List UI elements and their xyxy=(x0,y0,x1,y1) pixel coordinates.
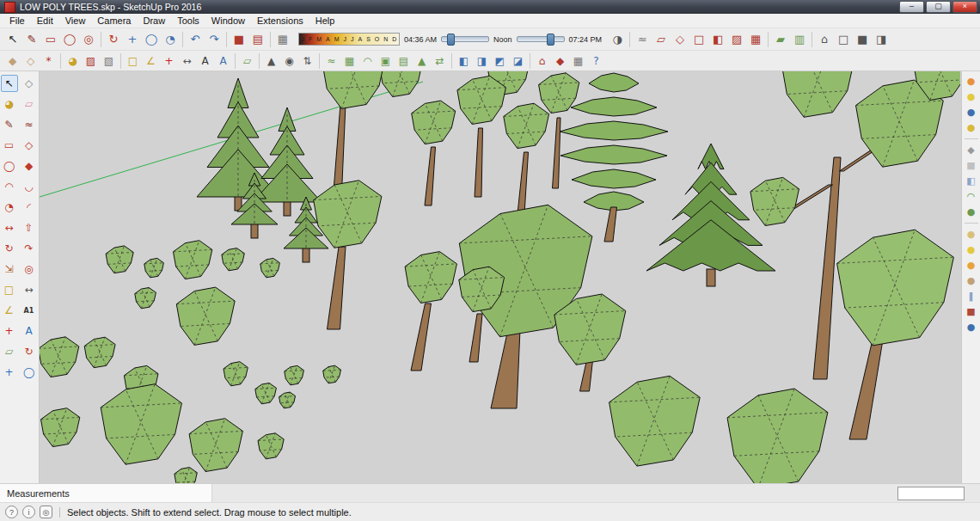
shadows-toggle[interactable]: ◑ xyxy=(608,30,627,49)
orbit-tool-button[interactable]: ↻ xyxy=(104,30,123,49)
shadow-dialog-button[interactable]: ▦ xyxy=(273,30,292,49)
model-canvas[interactable] xyxy=(40,71,960,483)
section-cut-toggle[interactable]: ▥ xyxy=(790,30,809,49)
solid-intersect-button[interactable]: ◪ xyxy=(509,52,527,70)
materials-button[interactable]: ▨ xyxy=(82,52,100,70)
menu-item[interactable]: Tools xyxy=(171,15,205,26)
tree-canopy[interactable] xyxy=(314,181,382,248)
tree-canopy[interactable] xyxy=(837,230,954,346)
cube-icon[interactable]: ■ xyxy=(964,159,979,172)
follow-me-tool[interactable]: ↷ xyxy=(21,240,38,257)
text-tool[interactable]: A1 xyxy=(21,302,38,319)
tree-canopy[interactable] xyxy=(285,365,304,384)
rectangle-tool-button[interactable]: ▭ xyxy=(41,30,60,49)
rotate-tool[interactable]: ↻ xyxy=(1,240,18,257)
view-front-button[interactable]: ■ xyxy=(853,30,872,49)
pan-tool[interactable]: + xyxy=(1,364,18,381)
solid-union-button[interactable]: ◧ xyxy=(455,52,473,70)
sketchucation-icon[interactable]: ● xyxy=(964,75,979,88)
menu-item[interactable]: File xyxy=(3,15,31,26)
blue-tool-icon[interactable]: ● xyxy=(964,321,979,334)
3d-text-tool[interactable]: A xyxy=(21,322,38,340)
menu-item[interactable]: Help xyxy=(309,15,341,26)
scale-tool[interactable]: ⇲ xyxy=(1,260,18,278)
tree-trunk[interactable] xyxy=(475,128,483,197)
tree-trunk[interactable] xyxy=(425,147,436,205)
freehand-tool[interactable]: ≈ xyxy=(21,116,38,133)
red-tool-icon[interactable]: ■ xyxy=(964,305,979,318)
round-corner-icon[interactable]: ● xyxy=(964,106,979,119)
sphere-brown-icon[interactable]: ● xyxy=(964,274,979,287)
menu-item[interactable]: Extensions xyxy=(251,15,309,26)
dimension-tool[interactable]: ↔ xyxy=(21,281,38,298)
tree-canopy[interactable] xyxy=(40,337,79,377)
make-component-button[interactable]: ◆ xyxy=(3,52,21,70)
sphere-orange-icon[interactable]: ● xyxy=(964,259,979,272)
joint-pushpull-icon[interactable]: ◧ xyxy=(964,175,979,187)
select-tool-button[interactable]: ↖ xyxy=(3,30,22,49)
tree-canopy[interactable] xyxy=(176,287,235,345)
extension-warehouse-button[interactable]: ◆ xyxy=(551,52,569,70)
position-camera-button[interactable]: ▲ xyxy=(262,52,280,70)
line-tool[interactable]: ✎ xyxy=(1,116,18,133)
rotated-rectangle-tool[interactable]: ◇ xyxy=(21,137,38,154)
view-iso-button[interactable]: ⌂ xyxy=(815,30,834,49)
stamp-button[interactable]: ▣ xyxy=(377,52,395,70)
entity-info-button[interactable]: ▤ xyxy=(248,30,267,49)
geolocation-icon[interactable]: ◎ xyxy=(40,506,52,518)
tape-measure-button[interactable]: □ xyxy=(124,52,142,70)
tree-canopy[interactable] xyxy=(322,71,384,108)
solid-subtract-button[interactable]: ◨ xyxy=(473,52,491,70)
shadow-time-slider-2[interactable] xyxy=(517,36,565,42)
tree-canopy[interactable] xyxy=(609,376,701,466)
section-plane-tool[interactable]: ▱ xyxy=(1,343,18,360)
3d-text-button[interactable]: A xyxy=(214,52,232,70)
zoom-tool-button[interactable]: ◯ xyxy=(142,30,161,49)
tree-canopy[interactable] xyxy=(323,365,341,383)
tree-trunk[interactable] xyxy=(328,247,346,329)
tree-canopy[interactable] xyxy=(224,362,248,386)
plugin-yellow-icon[interactable]: ● xyxy=(964,90,979,103)
tree-canopy[interactable] xyxy=(260,258,280,277)
menu-item[interactable]: Window xyxy=(205,15,251,26)
tree-canopy[interactable] xyxy=(174,241,212,279)
make-component-tool[interactable]: ◇ xyxy=(21,75,38,92)
xray-toggle[interactable]: ▱ xyxy=(652,30,671,49)
instructor-button[interactable]: ? xyxy=(587,52,605,70)
move-tool[interactable]: ↔ xyxy=(1,219,18,236)
tree-canopy[interactable] xyxy=(144,258,164,277)
spruce-tree[interactable] xyxy=(646,144,775,286)
tree-trunk[interactable] xyxy=(849,340,883,439)
tree-canopy[interactable] xyxy=(222,248,244,271)
view-side-button[interactable]: ◨ xyxy=(872,30,891,49)
pause-icon[interactable]: ‖ xyxy=(964,290,979,303)
tree-trunk[interactable] xyxy=(491,329,520,408)
tree-canopy[interactable] xyxy=(782,71,854,117)
sandbox-from-contours-button[interactable]: ≈ xyxy=(322,52,340,70)
two-point-arc-tool[interactable]: ◡ xyxy=(21,178,38,195)
hidden-line-toggle[interactable]: □ xyxy=(689,30,708,49)
tree-canopy[interactable] xyxy=(504,103,549,148)
paint-bucket-tool[interactable]: ◕ xyxy=(1,95,18,113)
maximize-button[interactable]: ▢ xyxy=(926,1,951,13)
minimize-button[interactable]: – xyxy=(899,1,924,13)
circle-tool-button[interactable]: ◯ xyxy=(60,30,79,49)
tree-trunk[interactable] xyxy=(553,118,561,188)
solid-trim-button[interactable]: ◩ xyxy=(491,52,509,70)
view-top-button[interactable]: □ xyxy=(834,30,853,49)
paint-bucket-button[interactable]: ◕ xyxy=(64,52,82,70)
tree-canopy[interactable] xyxy=(412,101,456,144)
shaded-toggle[interactable]: ◧ xyxy=(708,30,727,49)
tree-trunk[interactable] xyxy=(469,314,482,362)
explode-button[interactable]: * xyxy=(40,52,58,70)
undo-button[interactable]: ↶ xyxy=(186,30,205,49)
sphere-tan-icon[interactable]: ● xyxy=(964,228,979,241)
axes-tool[interactable]: + xyxy=(1,322,18,340)
menu-item[interactable]: Edit xyxy=(31,15,59,26)
walk-button[interactable]: ⇅ xyxy=(298,52,316,70)
axes-button[interactable]: + xyxy=(160,52,178,70)
add-detail-button[interactable]: ▲ xyxy=(413,52,431,70)
tree-canopy[interactable] xyxy=(189,419,242,472)
menu-item[interactable]: View xyxy=(59,15,92,26)
line-tool-button[interactable]: ✎ xyxy=(22,30,41,49)
